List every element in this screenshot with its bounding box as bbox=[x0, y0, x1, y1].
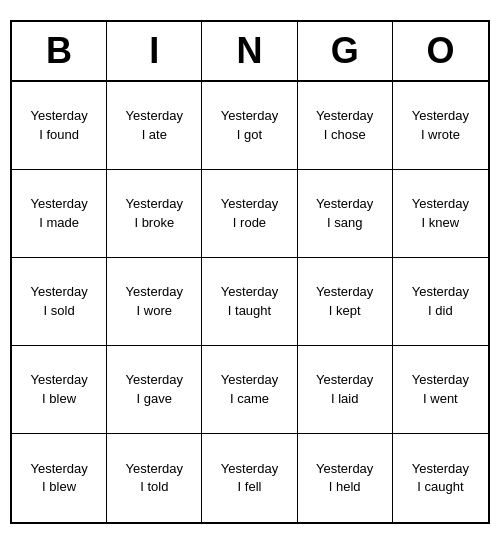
bingo-header: B I N G O bbox=[12, 22, 488, 82]
header-i: I bbox=[107, 22, 202, 80]
bingo-cell-8[interactable]: YesterdayI sang bbox=[298, 170, 393, 258]
header-g: G bbox=[298, 22, 393, 80]
bingo-cell-6[interactable]: YesterdayI broke bbox=[107, 170, 202, 258]
bingo-cell-13[interactable]: YesterdayI kept bbox=[298, 258, 393, 346]
bingo-cell-22[interactable]: YesterdayI fell bbox=[202, 434, 297, 522]
bingo-cell-0[interactable]: YesterdayI found bbox=[12, 82, 107, 170]
bingo-cell-1[interactable]: YesterdayI ate bbox=[107, 82, 202, 170]
bingo-cell-9[interactable]: YesterdayI knew bbox=[393, 170, 488, 258]
bingo-cell-2[interactable]: YesterdayI got bbox=[202, 82, 297, 170]
bingo-cell-20[interactable]: YesterdayI blew bbox=[12, 434, 107, 522]
header-b: B bbox=[12, 22, 107, 80]
bingo-cell-23[interactable]: YesterdayI held bbox=[298, 434, 393, 522]
bingo-cell-4[interactable]: YesterdayI wrote bbox=[393, 82, 488, 170]
bingo-cell-21[interactable]: YesterdayI told bbox=[107, 434, 202, 522]
bingo-cell-5[interactable]: YesterdayI made bbox=[12, 170, 107, 258]
bingo-cell-3[interactable]: YesterdayI chose bbox=[298, 82, 393, 170]
bingo-grid: YesterdayI foundYesterdayI ateYesterdayI… bbox=[12, 82, 488, 522]
bingo-cell-19[interactable]: YesterdayI went bbox=[393, 346, 488, 434]
bingo-card: B I N G O YesterdayI foundYesterdayI ate… bbox=[10, 20, 490, 524]
bingo-cell-16[interactable]: YesterdayI gave bbox=[107, 346, 202, 434]
header-n: N bbox=[202, 22, 297, 80]
header-o: O bbox=[393, 22, 488, 80]
bingo-cell-18[interactable]: YesterdayI laid bbox=[298, 346, 393, 434]
bingo-cell-11[interactable]: YesterdayI wore bbox=[107, 258, 202, 346]
bingo-cell-7[interactable]: YesterdayI rode bbox=[202, 170, 297, 258]
bingo-cell-12[interactable]: YesterdayI taught bbox=[202, 258, 297, 346]
bingo-cell-24[interactable]: YesterdayI caught bbox=[393, 434, 488, 522]
bingo-cell-10[interactable]: YesterdayI sold bbox=[12, 258, 107, 346]
bingo-cell-15[interactable]: YesterdayI blew bbox=[12, 346, 107, 434]
bingo-cell-14[interactable]: YesterdayI did bbox=[393, 258, 488, 346]
bingo-cell-17[interactable]: YesterdayI came bbox=[202, 346, 297, 434]
